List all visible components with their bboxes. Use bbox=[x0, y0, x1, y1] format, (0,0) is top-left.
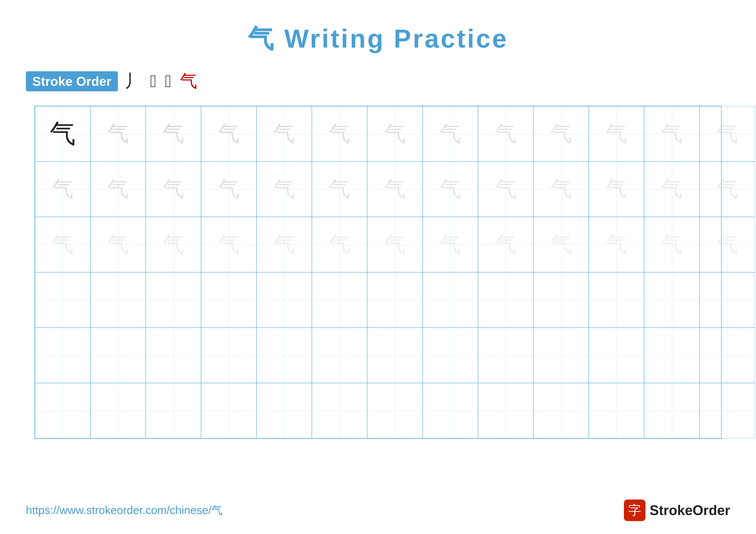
grid-cell[interactable]: 气 bbox=[589, 162, 644, 217]
grid-cell[interactable]: 气 bbox=[422, 217, 478, 272]
grid-cell[interactable]: 气 bbox=[422, 162, 478, 217]
grid-cell[interactable]: 气 bbox=[35, 162, 90, 217]
stroke-1: 丿 bbox=[124, 69, 142, 93]
grid-cell[interactable] bbox=[201, 383, 256, 438]
practice-grid-wrapper: 气气气气气气气气气气气气气气气气气气气气气气气气气气气气气气气气气气气气气气气 bbox=[17, 106, 739, 439]
grid-cell[interactable] bbox=[478, 272, 533, 328]
grid-cell[interactable]: 气 bbox=[478, 217, 533, 272]
grid-cell[interactable]: 气 bbox=[90, 106, 146, 162]
grid-cell[interactable]: 气 bbox=[644, 106, 700, 162]
grid-cell[interactable] bbox=[35, 383, 90, 438]
grid-cell[interactable]: 气 bbox=[589, 106, 644, 162]
grid-cell[interactable] bbox=[367, 383, 422, 438]
grid-cell[interactable] bbox=[422, 383, 478, 438]
grid-cell[interactable] bbox=[256, 272, 312, 328]
stroke-order-section: Stroke Order 丿 𠃋 𠃍 气 bbox=[0, 57, 756, 101]
cell-char: 气 bbox=[716, 175, 738, 204]
cell-char: 气 bbox=[495, 175, 517, 204]
grid-cell[interactable] bbox=[533, 272, 589, 328]
grid-cell[interactable] bbox=[312, 383, 367, 438]
grid-cell[interactable] bbox=[533, 383, 589, 438]
grid-cell[interactable] bbox=[312, 272, 367, 328]
cell-char: 气 bbox=[163, 230, 184, 259]
grid-cell[interactable] bbox=[367, 328, 422, 383]
cell-char: 气 bbox=[716, 119, 738, 148]
grid-cell[interactable] bbox=[90, 328, 146, 383]
grid-cell[interactable] bbox=[35, 328, 90, 383]
grid-cell[interactable] bbox=[644, 272, 700, 328]
grid-cell[interactable] bbox=[146, 328, 201, 383]
grid-cell[interactable] bbox=[422, 328, 478, 383]
grid-cell[interactable]: 气 bbox=[90, 217, 146, 272]
grid-cell[interactable] bbox=[644, 383, 700, 438]
grid-cell[interactable]: 气 bbox=[700, 217, 755, 272]
grid-cell[interactable]: 气 bbox=[644, 162, 700, 217]
cell-char: 气 bbox=[551, 230, 572, 259]
grid-cell[interactable]: 气 bbox=[589, 217, 644, 272]
grid-cell[interactable] bbox=[201, 328, 256, 383]
grid-cell[interactable]: 气 bbox=[256, 162, 312, 217]
grid-cell[interactable]: 气 bbox=[533, 217, 589, 272]
grid-cell[interactable] bbox=[589, 328, 644, 383]
cell-char: 气 bbox=[218, 230, 240, 259]
grid-cell[interactable] bbox=[367, 272, 422, 328]
grid-cell[interactable]: 气 bbox=[312, 162, 367, 217]
grid-cell[interactable] bbox=[256, 328, 312, 383]
cell-char: 气 bbox=[218, 119, 240, 148]
grid-cell[interactable] bbox=[700, 383, 755, 438]
grid-cell[interactable] bbox=[146, 383, 201, 438]
cell-char: 气 bbox=[551, 175, 572, 204]
grid-cell[interactable]: 气 bbox=[367, 106, 422, 162]
cell-char: 气 bbox=[440, 175, 461, 204]
footer: https://www.strokeorder.com/chinese/气 字 … bbox=[0, 499, 756, 521]
grid-cell[interactable]: 气 bbox=[312, 106, 367, 162]
grid-cell[interactable] bbox=[256, 383, 312, 438]
grid-cell[interactable] bbox=[589, 383, 644, 438]
grid-cell[interactable]: 气 bbox=[478, 162, 533, 217]
grid-cell[interactable] bbox=[90, 272, 146, 328]
grid-cell[interactable]: 气 bbox=[146, 162, 201, 217]
grid-cell[interactable] bbox=[146, 272, 201, 328]
grid-cell[interactable]: 气 bbox=[35, 217, 90, 272]
cell-char: 气 bbox=[329, 230, 350, 259]
grid-cell[interactable]: 气 bbox=[201, 162, 256, 217]
grid-cell[interactable] bbox=[201, 272, 256, 328]
stroke-3: 𠃍 bbox=[165, 71, 171, 91]
grid-cell[interactable]: 气 bbox=[644, 217, 700, 272]
grid-cell[interactable] bbox=[478, 328, 533, 383]
grid-cell[interactable] bbox=[589, 272, 644, 328]
grid-cell[interactable] bbox=[644, 328, 700, 383]
grid-cell[interactable]: 气 bbox=[367, 217, 422, 272]
grid-cell[interactable]: 气 bbox=[312, 217, 367, 272]
grid-cell[interactable]: 气 bbox=[700, 106, 755, 162]
grid-cell[interactable]: 气 bbox=[146, 106, 201, 162]
grid-cell[interactable] bbox=[312, 328, 367, 383]
grid-cell[interactable] bbox=[35, 272, 90, 328]
cell-char: 气 bbox=[551, 119, 572, 148]
grid-cell[interactable]: 气 bbox=[146, 217, 201, 272]
grid-cell[interactable]: 气 bbox=[35, 106, 90, 162]
grid-cell[interactable]: 气 bbox=[256, 106, 312, 162]
grid-cell[interactable] bbox=[533, 328, 589, 383]
grid-cell[interactable]: 气 bbox=[256, 217, 312, 272]
grid-cell[interactable]: 气 bbox=[201, 106, 256, 162]
cell-char: 气 bbox=[384, 230, 406, 259]
grid-cell[interactable]: 气 bbox=[533, 106, 589, 162]
grid-cell[interactable]: 气 bbox=[422, 106, 478, 162]
grid-cell[interactable] bbox=[90, 383, 146, 438]
grid-cell[interactable]: 气 bbox=[90, 162, 146, 217]
grid-cell[interactable] bbox=[478, 383, 533, 438]
cell-char: 气 bbox=[163, 119, 184, 148]
cell-char: 气 bbox=[661, 175, 683, 204]
grid-cell[interactable] bbox=[422, 272, 478, 328]
grid-cell[interactable]: 气 bbox=[201, 217, 256, 272]
footer-url[interactable]: https://www.strokeorder.com/chinese/气 bbox=[26, 503, 223, 518]
cell-char: 气 bbox=[52, 175, 73, 204]
cell-char: 气 bbox=[661, 119, 683, 148]
grid-cell[interactable] bbox=[700, 272, 755, 328]
grid-cell[interactable] bbox=[700, 328, 755, 383]
grid-cell[interactable]: 气 bbox=[533, 162, 589, 217]
grid-cell[interactable]: 气 bbox=[700, 162, 755, 217]
grid-cell[interactable]: 气 bbox=[478, 106, 533, 162]
grid-cell[interactable]: 气 bbox=[367, 162, 422, 217]
